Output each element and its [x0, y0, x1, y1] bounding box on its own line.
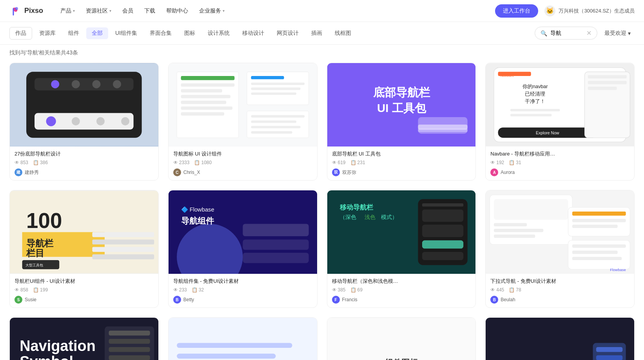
svg-rect-30: [251, 121, 296, 123]
svg-text:导航组件: 导航组件: [181, 217, 214, 226]
svg-point-13: [121, 117, 129, 125]
card-10[interactable]: —: [168, 317, 317, 360]
header: Pixso 产品 ▾ 资源社区 ▾ 会员 下载 帮助中心 企业服务 ▾ 进入工作…: [0, 0, 644, 22]
svg-rect-27: [251, 92, 296, 95]
svg-rect-51: [588, 75, 627, 78]
svg-rect-96: [572, 257, 622, 260]
logo-icon: [9, 5, 22, 17]
svg-rect-31: [251, 126, 300, 128]
svg-text:Symbol: Symbol: [20, 354, 73, 360]
card-9[interactable]: Navigation Symbol Navigation Symbol: [9, 317, 159, 360]
card-title-6: 导航组件集 - 免费UI设计素材: [173, 278, 312, 285]
card-body-4: Navbare - 导航栏移动应用… 👁 192 📋 31 A Aurora: [486, 147, 634, 180]
svg-text:🔷 Flowbase: 🔷 Flowbase: [181, 206, 214, 213]
card-2[interactable]: 导航图标 UI 设计组件 👁 2333 📋 1080 C Chris_X: [168, 63, 317, 181]
search-icon: 🔍: [541, 30, 547, 36]
card-thumb-1: [10, 63, 158, 147]
tab-resource-lib[interactable]: 资源库: [34, 27, 61, 39]
card-1[interactable]: 27份底部导航栏设计 👁 853 📋 386 建 建静秀: [9, 63, 159, 181]
tab-illustration[interactable]: 插画: [306, 27, 328, 39]
search-box[interactable]: 🔍 ✕: [535, 27, 597, 40]
cta-button[interactable]: 进入工作台: [495, 4, 538, 18]
card-5[interactable]: 100 导航栏 栏目 大型工具包 导航栏UI组件 - UI设计素材 👁 858: [9, 190, 159, 308]
svg-point-1: [15, 7, 18, 10]
tab-wireframe[interactable]: 线框图: [329, 27, 357, 39]
clear-icon[interactable]: ✕: [586, 29, 591, 37]
card-7[interactable]: 移动导航栏 （深色 浅色 模式） 移动导航栏（深色和浅色模… 👁 385: [327, 190, 476, 308]
tab-works[interactable]: 作品: [9, 27, 32, 40]
card-title-7: 移动导航栏（深色和浅色模…: [332, 278, 471, 285]
tab-mobile[interactable]: 移动设计: [237, 27, 270, 39]
tab-web[interactable]: 网页设计: [271, 27, 304, 39]
svg-text:Navigation: Navigation: [20, 338, 96, 355]
card-6[interactable]: 🔷 Flowbase 导航组件 导航组件集 - 免费UI设计素材 👁 233 📋…: [168, 190, 317, 308]
card-body-2: 导航图标 UI 设计组件 👁 2333 📋 1080 C Chris_X: [169, 147, 317, 180]
svg-rect-70: [243, 240, 308, 250]
svg-rect-86: [494, 223, 527, 226]
nav-member[interactable]: 会员: [118, 5, 138, 17]
card-thumb-3: 底部导航栏 UI 工具包: [327, 63, 476, 147]
svg-point-12: [96, 117, 105, 125]
svg-rect-90: [572, 212, 626, 216]
svg-rect-26: [251, 87, 300, 90]
tab-design-system[interactable]: 设计系统: [202, 27, 235, 39]
svg-rect-32: [251, 131, 292, 134]
tab-ui-kit[interactable]: UI组件集: [110, 27, 143, 39]
copy-icon: 📋: [33, 287, 39, 293]
avatar: 🐱: [544, 5, 555, 16]
card-title-4: Navbare - 导航栏移动应用…: [490, 150, 629, 157]
card-stats-2: 👁 2333 📋 1080: [173, 160, 312, 165]
tab-all[interactable]: 全部: [86, 27, 108, 39]
svg-text:组件图标: 组件图标: [385, 358, 418, 360]
card-author-3: 双 双苏弥: [332, 168, 471, 176]
svg-rect-19: [181, 95, 230, 98]
eye-icon: 👁: [490, 160, 495, 165]
nav-download[interactable]: 下载: [140, 5, 160, 17]
svg-rect-71: [243, 253, 308, 263]
eye-icon: 👁: [490, 287, 495, 293]
card-8[interactable]: Flowbase 下拉式导航 - 免费UI设计素材 👁 445 📋 78 B B…: [485, 190, 635, 308]
svg-rect-79: [422, 210, 463, 222]
card-views-1: 👁 853: [15, 160, 28, 165]
card-stats-3: 👁 619 📋 231: [332, 160, 471, 165]
logo[interactable]: Pixso: [9, 5, 43, 17]
card-11[interactable]: 组件图标 组件图标: [327, 317, 476, 360]
card-4[interactable]: Navbare 你的navbar 已经清理 干净了！ Explore Now N…: [485, 63, 635, 181]
chevron-down-icon: ▾: [73, 9, 75, 13]
tab-components[interactable]: 组件: [63, 27, 85, 39]
svg-rect-17: [181, 83, 234, 87]
author-avatar-1: 建: [15, 168, 22, 176]
card-3[interactable]: 底部导航栏 UI 工具包 底部导航栏 UI 工具包 👁 619 📋 231: [327, 63, 476, 181]
card-title-1: 27份底部导航栏设计: [15, 150, 154, 157]
nav-help[interactable]: 帮助中心: [161, 5, 193, 17]
copy-icon: 📋: [33, 160, 39, 165]
card-thumb-8: Flowbase: [486, 190, 634, 274]
nav-product[interactable]: 产品 ▾: [56, 5, 80, 17]
tab-ui-collection[interactable]: 界面合集: [144, 27, 177, 39]
svg-rect-69: [243, 224, 308, 237]
sort-label: 最受欢迎: [604, 30, 626, 37]
svg-text:已经清理: 已经清理: [525, 91, 546, 97]
card-author-2: C Chris_X: [173, 168, 312, 176]
tab-icon[interactable]: 图标: [179, 27, 201, 39]
svg-text:干净了！: 干净了！: [525, 99, 546, 104]
card-thumb-7: 移动导航栏 （深色 浅色 模式）: [327, 190, 476, 274]
svg-rect-61: [92, 232, 154, 237]
card-12[interactable]: Navigation Bars Navigation Bars: [485, 317, 635, 360]
svg-rect-102: [109, 331, 150, 336]
nav-enterprise[interactable]: 企业服务 ▾: [194, 5, 229, 17]
svg-text:你的navbar: 你的navbar: [522, 84, 548, 89]
nav-community[interactable]: 资源社区 ▾: [81, 5, 116, 17]
svg-rect-16: [181, 76, 234, 80]
card-stats-5: 👁 858 📋 199: [15, 287, 154, 293]
svg-rect-87: [494, 229, 543, 232]
card-author-6: B Betty: [173, 296, 312, 304]
svg-text:Navbare: Navbare: [500, 73, 514, 78]
sort-dropdown[interactable]: 最受欢迎 ▾: [600, 27, 635, 39]
user-info: 🐱 万兴科技（300624.SZ）生态成员: [544, 5, 635, 16]
search-input[interactable]: [550, 30, 583, 36]
svg-rect-85: [494, 199, 568, 220]
card-stats-1: 👁 853 📋 386: [15, 160, 154, 165]
svg-rect-47: [510, 114, 551, 116]
card-stats-6: 👁 233 📋 32: [173, 287, 312, 293]
